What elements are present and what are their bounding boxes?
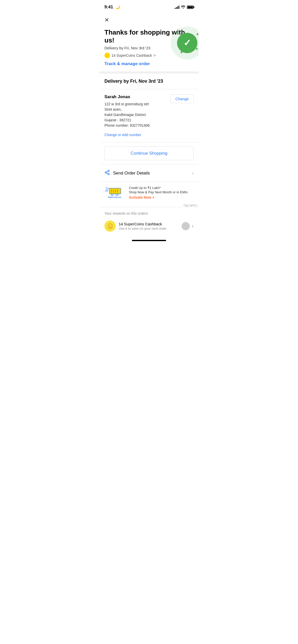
coin-icon: 🪙 bbox=[104, 221, 116, 232]
activate-now-link[interactable]: Activate Now > bbox=[129, 195, 154, 199]
svg-point-12 bbox=[111, 194, 113, 196]
tc-apply-text: *T&C APPLY bbox=[99, 204, 199, 207]
home-bar bbox=[132, 240, 166, 241]
rewards-section: Your rewards on this orders 🪙 14 SuperCo… bbox=[99, 207, 199, 236]
share-icon bbox=[104, 170, 110, 177]
chevron-right-icon: › bbox=[192, 170, 194, 176]
continue-shopping-container: Continue Shopping bbox=[99, 142, 199, 164]
signal-icon bbox=[175, 5, 179, 9]
moon-icon: 🌙 bbox=[115, 5, 120, 9]
reward-sub: Use it to save on your next order bbox=[119, 227, 167, 230]
send-order-row[interactable]: Send Order Details › bbox=[99, 165, 199, 182]
svg-line-4 bbox=[106, 171, 108, 172]
hero-section: Thanks for shopping with us! Delivery by… bbox=[99, 26, 199, 71]
svg-rect-5 bbox=[110, 188, 121, 194]
reward-toggle[interactable] bbox=[182, 222, 190, 230]
reward-item[interactable]: 🪙 14 SuperCoins Cashback Use it to save … bbox=[104, 218, 194, 234]
sparkle-icon-bl: ✦ bbox=[180, 50, 183, 55]
pay-later-credit: Credit Up to ₹1 Lakh* bbox=[129, 186, 194, 190]
close-icon[interactable]: ✕ bbox=[104, 17, 109, 23]
change-number-link[interactable]: Change or Add number bbox=[104, 133, 141, 137]
svg-text:Flipkart Pay Later: Flipkart Pay Later bbox=[108, 197, 121, 199]
status-time: 9:41 🌙 bbox=[104, 5, 120, 10]
send-order-text: Send Order Details bbox=[113, 171, 150, 176]
lightning-icon: ⚡ bbox=[104, 53, 110, 58]
status-icons bbox=[175, 5, 194, 9]
svg-line-3 bbox=[106, 173, 108, 174]
wifi-icon bbox=[181, 5, 185, 9]
address-section: Sarah Jonas 122 w 3rd st greensburg strt… bbox=[99, 89, 199, 142]
sparkle-icon-tl: ✦ bbox=[176, 31, 180, 36]
reward-name: 14 SuperCoins Cashback bbox=[119, 222, 167, 226]
sparkle-icon-br: ✦ bbox=[195, 46, 199, 52]
status-bar: 9:41 🌙 bbox=[99, 0, 199, 13]
section-divider-1 bbox=[99, 71, 199, 74]
svg-line-11 bbox=[106, 187, 106, 188]
close-button-container: ✕ bbox=[99, 13, 199, 26]
continue-shopping-button[interactable]: Continue Shopping bbox=[104, 147, 194, 160]
rewards-title: Your rewards on this orders bbox=[104, 211, 194, 215]
checkmark-icon: ✓ bbox=[183, 38, 191, 48]
success-checkmark: ✓ ✦ ✦ ✦ ✦ bbox=[177, 33, 197, 53]
track-manage-link[interactable]: Track & manage order bbox=[104, 61, 150, 66]
delivery-section: Delivery by Fri, Nov 3rd '23 bbox=[99, 74, 199, 89]
delivery-date: Delivery by Fri, Nov 3rd '23 bbox=[104, 79, 194, 84]
address-text: 122 w 3rd st greensburg strt Stret aven,… bbox=[104, 101, 194, 128]
home-indicator bbox=[99, 236, 199, 243]
pay-later-shop: Shop Now & Pay Next Month or in EMIs bbox=[129, 190, 194, 194]
change-address-button[interactable]: Change bbox=[170, 94, 194, 103]
supercoins-arrow: > bbox=[154, 53, 156, 57]
pay-later-banner: Flipkart Pay Later Credit Up to ₹1 Lakh*… bbox=[99, 182, 199, 207]
pay-later-logo: Flipkart Pay Later bbox=[104, 186, 125, 199]
svg-point-13 bbox=[116, 194, 118, 196]
supercoins-text: 14 SuperCoins Cashback bbox=[112, 53, 152, 57]
battery-icon bbox=[187, 6, 194, 9]
sparkle-icon-tr: ✦ bbox=[196, 32, 199, 37]
reward-chevron-icon: › bbox=[192, 223, 194, 229]
